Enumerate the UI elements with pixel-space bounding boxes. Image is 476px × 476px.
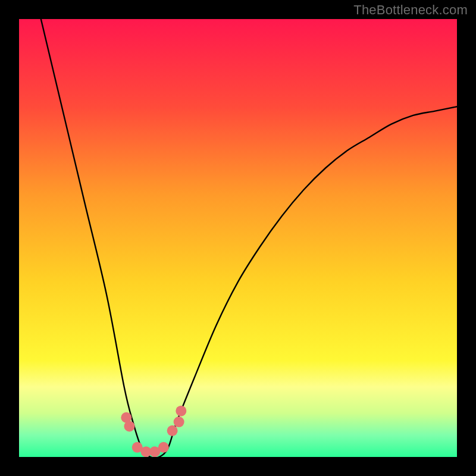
plot-background: [19, 19, 457, 457]
highlight-marker: [158, 442, 169, 453]
watermark-text: TheBottleneck.com: [353, 2, 468, 18]
highlight-marker: [176, 406, 186, 416]
highlight-marker: [167, 425, 178, 436]
highlight-marker: [124, 421, 134, 431]
bottleneck-chart: [19, 19, 457, 457]
highlight-marker: [174, 416, 184, 427]
chart-frame: TheBottleneck.com: [0, 0, 476, 476]
